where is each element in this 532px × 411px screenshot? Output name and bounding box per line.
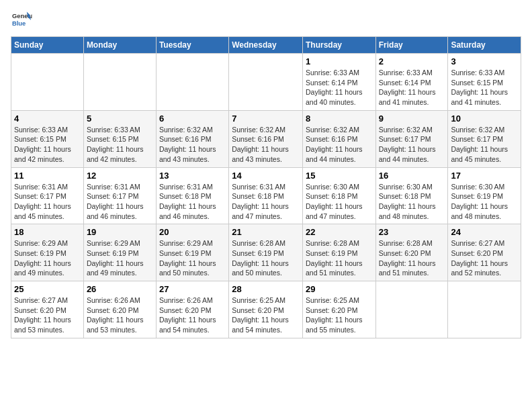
calendar-cell: 27Sunrise: 6:26 AM Sunset: 6:20 PM Dayli…	[156, 281, 228, 338]
calendar-cell: 6Sunrise: 6:32 AM Sunset: 6:16 PM Daylig…	[156, 110, 228, 167]
day-info: Sunrise: 6:29 AM Sunset: 6:19 PM Dayligh…	[14, 238, 81, 278]
calendar-cell: 7Sunrise: 6:32 AM Sunset: 6:16 PM Daylig…	[229, 110, 303, 167]
calendar-cell: 13Sunrise: 6:31 AM Sunset: 6:18 PM Dayli…	[156, 167, 228, 224]
day-info: Sunrise: 6:33 AM Sunset: 6:15 PM Dayligh…	[451, 68, 518, 107]
day-number: 26	[87, 284, 153, 294]
day-info: Sunrise: 6:33 AM Sunset: 6:15 PM Dayligh…	[14, 125, 81, 165]
day-number: 12	[87, 171, 153, 181]
day-info: Sunrise: 6:31 AM Sunset: 6:18 PM Dayligh…	[232, 182, 300, 222]
header: General Blue	[11, 11, 521, 30]
day-info: Sunrise: 6:30 AM Sunset: 6:19 PM Dayligh…	[451, 182, 518, 222]
calendar-week-row: 1Sunrise: 6:33 AM Sunset: 6:14 PM Daylig…	[11, 54, 521, 111]
calendar-cell	[375, 281, 448, 338]
day-number: 15	[306, 171, 373, 181]
calendar-cell: 14Sunrise: 6:31 AM Sunset: 6:18 PM Dayli…	[229, 167, 303, 224]
day-info: Sunrise: 6:29 AM Sunset: 6:19 PM Dayligh…	[87, 238, 153, 278]
day-info: Sunrise: 6:25 AM Sunset: 6:20 PM Dayligh…	[306, 295, 373, 335]
weekday-header: Thursday	[302, 37, 375, 54]
weekday-header: Monday	[83, 37, 156, 54]
day-info: Sunrise: 6:27 AM Sunset: 6:20 PM Dayligh…	[451, 238, 518, 278]
day-number: 21	[232, 227, 300, 237]
day-number: 9	[379, 113, 445, 124]
calendar-cell	[229, 54, 303, 111]
day-number: 18	[14, 227, 81, 237]
calendar-cell: 8Sunrise: 6:32 AM Sunset: 6:16 PM Daylig…	[302, 110, 375, 167]
calendar-cell: 23Sunrise: 6:28 AM Sunset: 6:20 PM Dayli…	[375, 224, 448, 281]
day-number: 17	[451, 171, 518, 181]
day-number: 27	[159, 284, 226, 294]
calendar-week-row: 25Sunrise: 6:27 AM Sunset: 6:20 PM Dayli…	[11, 281, 521, 338]
day-info: Sunrise: 6:26 AM Sunset: 6:20 PM Dayligh…	[159, 295, 226, 335]
day-number: 29	[306, 284, 373, 294]
day-number: 6	[159, 113, 226, 124]
calendar-cell: 2Sunrise: 6:33 AM Sunset: 6:14 PM Daylig…	[375, 54, 448, 111]
calendar-cell: 19Sunrise: 6:29 AM Sunset: 6:19 PM Dayli…	[83, 224, 156, 281]
day-info: Sunrise: 6:25 AM Sunset: 6:20 PM Dayligh…	[232, 295, 300, 335]
day-number: 5	[87, 113, 153, 124]
day-info: Sunrise: 6:32 AM Sunset: 6:17 PM Dayligh…	[379, 125, 445, 165]
calendar-week-row: 18Sunrise: 6:29 AM Sunset: 6:19 PM Dayli…	[11, 224, 521, 281]
calendar-cell	[83, 54, 156, 111]
calendar-cell: 26Sunrise: 6:26 AM Sunset: 6:20 PM Dayli…	[83, 281, 156, 338]
day-info: Sunrise: 6:32 AM Sunset: 6:16 PM Dayligh…	[159, 125, 226, 165]
day-number: 13	[159, 171, 226, 181]
day-info: Sunrise: 6:27 AM Sunset: 6:20 PM Dayligh…	[14, 295, 81, 335]
day-info: Sunrise: 6:31 AM Sunset: 6:18 PM Dayligh…	[159, 182, 226, 222]
day-number: 20	[159, 227, 226, 237]
day-number: 19	[87, 227, 153, 237]
weekday-header: Wednesday	[229, 37, 303, 54]
day-info: Sunrise: 6:28 AM Sunset: 6:19 PM Dayligh…	[232, 238, 300, 278]
calendar-cell	[448, 281, 521, 338]
day-info: Sunrise: 6:29 AM Sunset: 6:19 PM Dayligh…	[159, 238, 226, 278]
calendar-week-row: 11Sunrise: 6:31 AM Sunset: 6:17 PM Dayli…	[11, 167, 521, 224]
day-number: 7	[232, 113, 300, 124]
calendar-cell: 12Sunrise: 6:31 AM Sunset: 6:17 PM Dayli…	[83, 167, 156, 224]
calendar-cell: 15Sunrise: 6:30 AM Sunset: 6:18 PM Dayli…	[302, 167, 375, 224]
calendar-cell: 11Sunrise: 6:31 AM Sunset: 6:17 PM Dayli…	[11, 167, 84, 224]
day-number: 22	[306, 227, 373, 237]
calendar-cell: 17Sunrise: 6:30 AM Sunset: 6:19 PM Dayli…	[448, 167, 521, 224]
calendar-cell: 3Sunrise: 6:33 AM Sunset: 6:15 PM Daylig…	[448, 54, 521, 111]
calendar-cell: 28Sunrise: 6:25 AM Sunset: 6:20 PM Dayli…	[229, 281, 303, 338]
day-info: Sunrise: 6:32 AM Sunset: 6:17 PM Dayligh…	[451, 125, 518, 165]
calendar-cell: 10Sunrise: 6:32 AM Sunset: 6:17 PM Dayli…	[448, 110, 521, 167]
logo-icon: General Blue	[11, 11, 32, 30]
day-number: 2	[379, 56, 445, 66]
calendar-cell: 20Sunrise: 6:29 AM Sunset: 6:19 PM Dayli…	[156, 224, 228, 281]
day-info: Sunrise: 6:28 AM Sunset: 6:19 PM Dayligh…	[306, 238, 373, 278]
calendar-header-row: SundayMondayTuesdayWednesdayThursdayFrid…	[11, 37, 521, 54]
day-number: 8	[306, 113, 373, 124]
weekday-header: Saturday	[448, 37, 521, 54]
day-number: 1	[306, 56, 373, 66]
day-info: Sunrise: 6:33 AM Sunset: 6:15 PM Dayligh…	[87, 125, 153, 165]
day-info: Sunrise: 6:31 AM Sunset: 6:17 PM Dayligh…	[14, 182, 81, 222]
calendar-cell: 9Sunrise: 6:32 AM Sunset: 6:17 PM Daylig…	[375, 110, 448, 167]
calendar-cell: 21Sunrise: 6:28 AM Sunset: 6:19 PM Dayli…	[229, 224, 303, 281]
weekday-header: Sunday	[11, 37, 84, 54]
calendar-cell: 1Sunrise: 6:33 AM Sunset: 6:14 PM Daylig…	[302, 54, 375, 111]
logo: General Blue	[11, 11, 32, 30]
day-info: Sunrise: 6:28 AM Sunset: 6:20 PM Dayligh…	[379, 238, 445, 278]
calendar-cell	[11, 54, 84, 111]
weekday-header: Friday	[375, 37, 448, 54]
day-info: Sunrise: 6:32 AM Sunset: 6:16 PM Dayligh…	[232, 125, 300, 165]
day-number: 25	[14, 284, 81, 294]
day-number: 11	[14, 171, 81, 181]
calendar-table: SundayMondayTuesdayWednesdayThursdayFrid…	[11, 36, 521, 338]
calendar-cell: 18Sunrise: 6:29 AM Sunset: 6:19 PM Dayli…	[11, 224, 84, 281]
calendar-cell	[156, 54, 228, 111]
day-number: 3	[451, 56, 518, 66]
calendar-cell: 22Sunrise: 6:28 AM Sunset: 6:19 PM Dayli…	[302, 224, 375, 281]
calendar-cell: 29Sunrise: 6:25 AM Sunset: 6:20 PM Dayli…	[302, 281, 375, 338]
calendar-cell: 5Sunrise: 6:33 AM Sunset: 6:15 PM Daylig…	[83, 110, 156, 167]
day-number: 4	[14, 113, 81, 124]
day-number: 24	[451, 227, 518, 237]
calendar-cell: 24Sunrise: 6:27 AM Sunset: 6:20 PM Dayli…	[448, 224, 521, 281]
calendar-cell: 25Sunrise: 6:27 AM Sunset: 6:20 PM Dayli…	[11, 281, 84, 338]
calendar-body: 1Sunrise: 6:33 AM Sunset: 6:14 PM Daylig…	[11, 54, 521, 338]
day-number: 23	[379, 227, 445, 237]
day-info: Sunrise: 6:30 AM Sunset: 6:18 PM Dayligh…	[306, 182, 373, 222]
day-info: Sunrise: 6:26 AM Sunset: 6:20 PM Dayligh…	[87, 295, 153, 335]
day-number: 14	[232, 171, 300, 181]
weekday-header: Tuesday	[156, 37, 228, 54]
